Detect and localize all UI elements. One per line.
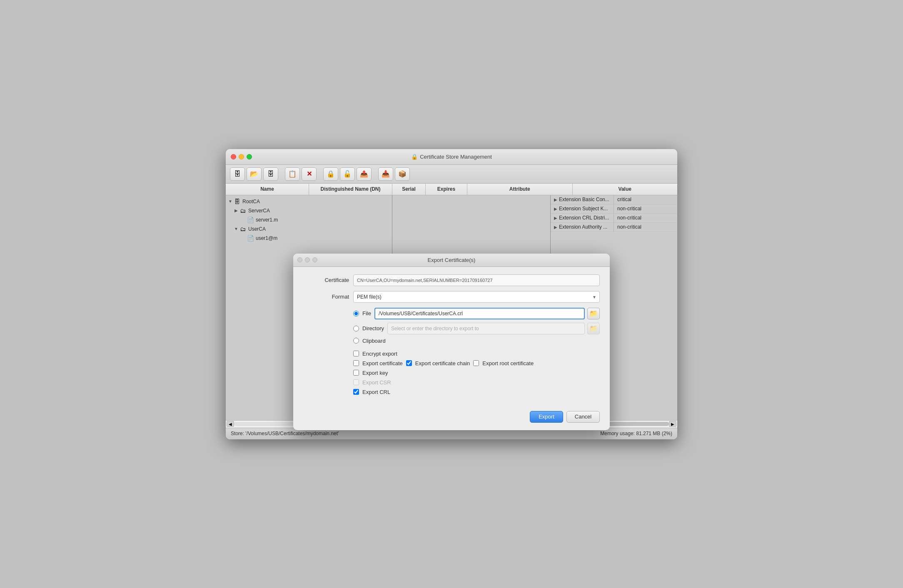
file-path-input[interactable] (374, 308, 585, 319)
export-cert-chain-checkbox[interactable] (406, 360, 412, 366)
format-select[interactable]: PEM file(s) DER file(s) PKCS#12 PKCS#7 (353, 291, 600, 303)
close-button[interactable] (231, 154, 236, 159)
file-radio[interactable] (353, 311, 359, 316)
dialog-traffic-lights (297, 257, 317, 262)
clipboard-radio-row: Clipboard (303, 338, 600, 344)
certificate-row: Certificate CN=UserCA,OU=mydomain.net,SE… (303, 274, 600, 286)
file-radio-label: File (362, 310, 371, 316)
export-csr-checkbox[interactable] (353, 379, 359, 385)
dialog-footer: Export Cancel (293, 407, 610, 430)
export-dialog: Export Certificate(s) Certificate CN=Use… (293, 254, 610, 430)
encrypt-row: Encrypt export (303, 351, 600, 357)
traffic-lights (231, 154, 252, 159)
btn-db-add[interactable]: 🗄 (230, 167, 245, 181)
directory-radio-row: Directory Select or enter the directory … (303, 323, 600, 334)
export-csr-label: Export CSR (362, 379, 391, 386)
cancel-button[interactable]: Cancel (566, 411, 600, 423)
export-root-cert-label: Export root certificate (482, 360, 534, 366)
title-bar: 🔒 Certificate Store Management (226, 149, 677, 165)
export-button[interactable]: Export (530, 411, 563, 423)
export-crl-row: Export CRL (303, 389, 600, 395)
transfer-icon: 📤 (360, 170, 368, 178)
export-icon: 📦 (398, 170, 407, 178)
memory-usage: Memory usage: 81.271 MB (2%) (600, 431, 672, 436)
dialog-title-bar: Export Certificate(s) (293, 254, 610, 267)
main-window: 🔒 Certificate Store Management 🗄 📂 🗄 📋 ✕… (226, 149, 677, 439)
btn-folder-open[interactable]: 📂 (247, 167, 262, 181)
directory-radio-label: Directory (362, 325, 384, 331)
export-cert-row: Export certificate Export certificate ch… (303, 360, 600, 366)
scroll-right-button[interactable]: ▶ (669, 421, 676, 427)
format-label: Format (303, 294, 349, 300)
directory-placeholder: Select or enter the directory to export … (391, 326, 479, 331)
db-add-icon: 🗄 (234, 170, 241, 178)
btn-unlock[interactable]: 🔓 (340, 167, 355, 181)
db-remove-icon: 🗄 (267, 170, 274, 178)
btn-export[interactable]: 📦 (395, 167, 410, 181)
col-header-attribute: Attribute (467, 184, 573, 195)
btn-transfer[interactable]: 📤 (357, 167, 372, 181)
dialog-overlay: Export Certificate(s) Certificate CN=Use… (226, 195, 677, 420)
export-crl-label: Export CRL (362, 389, 390, 395)
export-key-checkbox[interactable] (353, 370, 359, 376)
directory-radio[interactable] (353, 326, 359, 331)
folder-browse-icon: 📁 (589, 309, 598, 317)
folder-icon: 📂 (250, 170, 258, 178)
col-header-serial: Serial (392, 184, 426, 195)
scroll-left-button[interactable]: ◀ (227, 421, 234, 427)
delete-icon: ✕ (307, 170, 312, 178)
window-title: 🔒 Certificate Store Management (411, 154, 492, 160)
folder-dir-icon: 📁 (589, 324, 598, 332)
column-headers: Name Distinguished Name (DN) Serial Expi… (226, 184, 677, 195)
export-csr-row: Export CSR (303, 379, 600, 386)
directory-field: Select or enter the directory to export … (387, 323, 585, 334)
import-icon: 📥 (382, 170, 390, 178)
export-root-cert-checkbox[interactable] (473, 360, 479, 366)
window-title-icon: 🔒 (411, 154, 418, 160)
export-key-label: Export key (362, 370, 388, 376)
export-crl-checkbox[interactable] (353, 389, 359, 395)
btn-import[interactable]: 📥 (378, 167, 393, 181)
btn-copy[interactable]: 📋 (285, 167, 300, 181)
file-field-wrapper: 📁 (374, 308, 600, 319)
btn-lock[interactable]: 🔒 (323, 167, 338, 181)
dialog-min[interactable] (305, 257, 310, 262)
content-area: 🗄 RootCA 🗂 ServerCA 📄 server1.m (226, 195, 677, 420)
encrypt-checkbox[interactable] (353, 351, 359, 356)
encrypt-label: Encrypt export (362, 351, 397, 357)
dialog-title: Export Certificate(s) (428, 257, 476, 263)
directory-field-wrapper: Select or enter the directory to export … (387, 323, 600, 334)
toolbar: 🗄 📂 🗄 📋 ✕ 🔒 🔓 📤 📥 📦 (226, 165, 677, 184)
col-header-name: Name (226, 184, 309, 195)
store-path: Store: '/Volumes/USB/Certificates/mydoma… (231, 431, 339, 436)
export-cert-chain-label: Export certificate chain (415, 360, 470, 366)
col-header-value: Value (573, 184, 678, 195)
format-select-wrapper: PEM file(s) DER file(s) PKCS#12 PKCS#7 ▼ (353, 291, 600, 303)
col-header-expires: Expires (426, 184, 467, 195)
clipboard-radio[interactable] (353, 338, 359, 344)
col-header-dn: Distinguished Name (DN) (309, 184, 392, 195)
file-radio-row: File 📁 (303, 308, 600, 319)
directory-browse-button[interactable]: 📁 (587, 323, 600, 334)
copy-icon: 📋 (288, 170, 297, 178)
lock-icon: 🔒 (327, 170, 335, 178)
clipboard-radio-label: Clipboard (362, 338, 386, 344)
dialog-close[interactable] (297, 257, 302, 262)
format-row: Format PEM file(s) DER file(s) PKCS#12 P… (303, 291, 600, 303)
maximize-button[interactable] (247, 154, 252, 159)
minimize-button[interactable] (239, 154, 244, 159)
export-key-row: Export key (303, 370, 600, 376)
btn-db-remove[interactable]: 🗄 (263, 167, 278, 181)
certificate-label: Certificate (303, 277, 349, 283)
file-browse-button[interactable]: 📁 (587, 308, 600, 319)
dialog-max[interactable] (312, 257, 317, 262)
export-cert-label: Export certificate (362, 360, 403, 366)
dialog-body: Certificate CN=UserCA,OU=mydomain.net,SE… (293, 267, 610, 407)
export-cert-checkbox[interactable] (353, 360, 359, 366)
btn-delete[interactable]: ✕ (302, 167, 317, 181)
unlock-icon: 🔓 (343, 170, 352, 178)
certificate-value: CN=UserCA,OU=mydomain.net,SERIALNUMBER=2… (353, 274, 600, 286)
